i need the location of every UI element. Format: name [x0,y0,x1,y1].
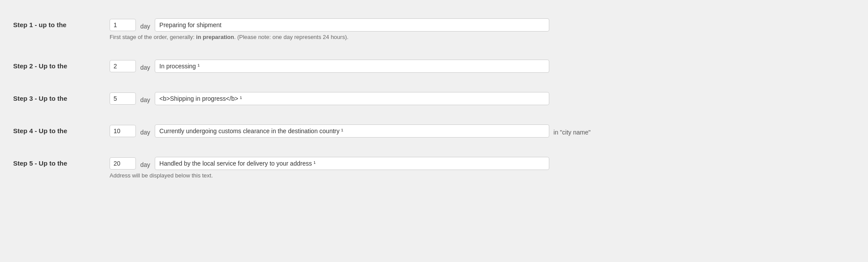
step-main-row-3: day [110,92,855,105]
step-content-3: day [110,92,855,105]
step-label-1: Step 1 - up to the [13,18,110,28]
step-text-input-4[interactable] [155,124,549,138]
step-label-5: Step 5 - Up to the [13,157,110,167]
step-day-input-3[interactable] [110,92,136,105]
step-hint-5: Address will be displayed below this tex… [110,172,855,179]
step-content-4: dayin "city name" [110,124,855,138]
step-label-2: Step 2 - Up to the [13,60,110,70]
step-row-3: Step 3 - Up to theday [13,82,855,115]
step-content-5: dayAddress will be displayed below this … [110,157,855,179]
step-text-input-1[interactable] [155,18,549,32]
step-hint-1: First stage of the order, generally: in … [110,34,855,40]
step-day-label-2: day [140,61,150,71]
step-content-1: dayFirst stage of the order, generally: … [110,18,855,40]
step-main-row-4: dayin "city name" [110,124,855,138]
step-day-label-1: day [140,20,150,30]
step-day-input-4[interactable] [110,125,136,137]
steps-container: Step 1 - up to thedayFirst stage of the … [13,9,855,188]
step-text-input-5[interactable] [155,157,549,170]
step-row-2: Step 2 - Up to theday [13,50,855,82]
step-text-input-2[interactable] [155,60,549,73]
step-day-label-5: day [140,159,150,168]
step-text-input-3[interactable] [155,92,549,105]
step-day-label-4: day [140,126,150,136]
step-label-4: Step 4 - Up to the [13,124,110,135]
step-row-5: Step 5 - Up to thedayAddress will be dis… [13,147,855,188]
step-day-label-3: day [140,94,150,103]
step-day-input-2[interactable] [110,60,136,72]
step-row-1: Step 1 - up to thedayFirst stage of the … [13,9,855,50]
step-content-2: day [110,60,855,73]
step-day-input-1[interactable] [110,19,136,31]
step-label-3: Step 3 - Up to the [13,92,110,102]
step-suffix-4: in "city name" [554,126,591,136]
step-day-input-5[interactable] [110,157,136,170]
step-main-row-2: day [110,60,855,73]
step-row-4: Step 4 - Up to thedayin "city name" [13,115,855,147]
step-main-row-1: day [110,18,855,32]
step-main-row-5: day [110,157,855,170]
